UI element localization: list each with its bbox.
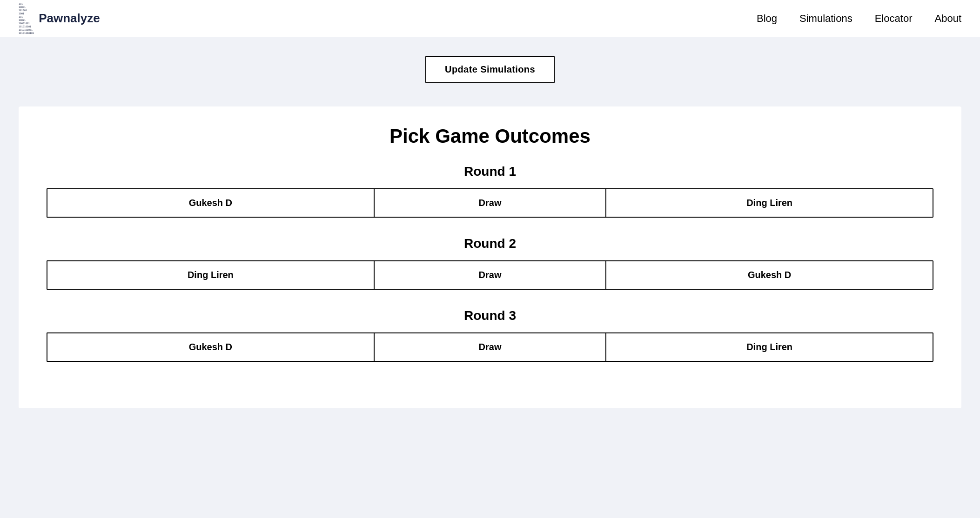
round-2-player1-button[interactable]: Ding Liren — [47, 260, 374, 290]
nav-link-elocator[interactable]: Elocator — [875, 13, 913, 25]
update-simulations-button[interactable]: Update Simulations — [425, 56, 555, 83]
brand-logo[interactable]: 101 10001 101001 1001 101 10021 10001001… — [19, 2, 100, 34]
inner-container: Pick Game Outcomes Round 1 Gukesh D Draw… — [19, 106, 961, 408]
round-3-draw-button[interactable]: Draw — [374, 332, 606, 362]
round-1-section: Round 1 Gukesh D Draw Ding Liren — [47, 164, 933, 218]
round-1-draw-button[interactable]: Draw — [374, 188, 606, 218]
nav-link-simulations[interactable]: Simulations — [799, 13, 852, 25]
nav-link-blog[interactable]: Blog — [757, 13, 777, 25]
main-content: Update Simulations Pick Game Outcomes Ro… — [0, 37, 980, 518]
brand-name: Pawnalyze — [39, 11, 100, 26]
round-3-outcome-row: Gukesh D Draw Ding Liren — [47, 332, 933, 362]
round-1-player1-button[interactable]: Gukesh D — [47, 188, 374, 218]
round-2-outcome-row: Ding Liren Draw Gukesh D — [47, 260, 933, 290]
round-2-player2-button[interactable]: Gukesh D — [605, 260, 933, 290]
round-3-section: Round 3 Gukesh D Draw Ding Liren — [47, 308, 933, 362]
round-1-player2-button[interactable]: Ding Liren — [605, 188, 933, 218]
round-2-draw-button[interactable]: Draw — [374, 260, 606, 290]
round-2-label: Round 2 — [47, 236, 933, 251]
round-2-section: Round 2 Ding Liren Draw Gukesh D — [47, 236, 933, 290]
round-3-player1-button[interactable]: Gukesh D — [47, 332, 374, 362]
navbar: 101 10001 101001 1001 101 10021 10001001… — [0, 0, 980, 37]
round-3-player2-button[interactable]: Ding Liren — [605, 332, 933, 362]
nav-link-about[interactable]: About — [935, 13, 962, 25]
brand-icon: 101 10001 101001 1001 101 10021 10001001… — [19, 2, 34, 34]
round-3-label: Round 3 — [47, 308, 933, 323]
navbar-links: Blog Simulations Elocator About — [757, 13, 961, 25]
page-title: Pick Game Outcomes — [47, 125, 933, 147]
update-btn-wrapper: Update Simulations — [0, 56, 980, 88]
round-1-label: Round 1 — [47, 164, 933, 179]
round-1-outcome-row: Gukesh D Draw Ding Liren — [47, 188, 933, 218]
